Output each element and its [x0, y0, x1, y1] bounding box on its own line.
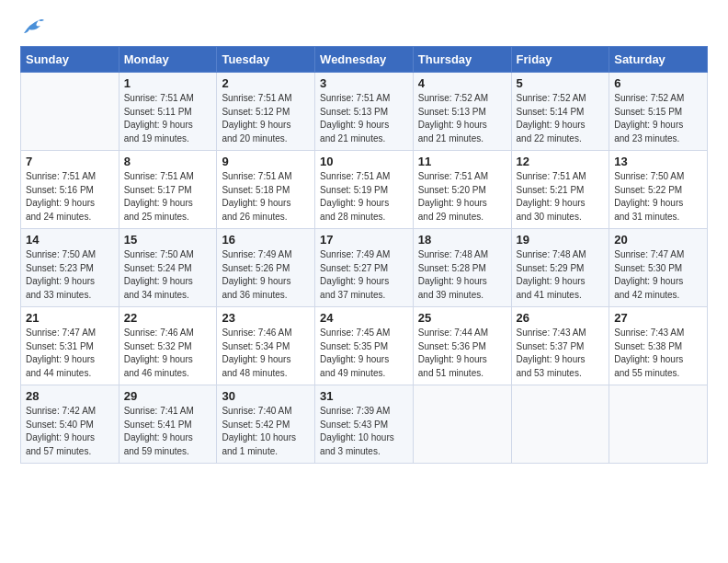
day-info: Sunrise: 7:51 AMSunset: 5:21 PMDaylight:…	[517, 170, 605, 224]
calendar-cell: 9Sunrise: 7:51 AMSunset: 5:18 PMDaylight…	[217, 151, 315, 229]
day-number: 3	[320, 76, 408, 90]
day-info: Sunrise: 7:50 AMSunset: 5:22 PMDaylight:…	[614, 170, 702, 224]
day-info: Sunrise: 7:49 AMSunset: 5:26 PMDaylight:…	[222, 248, 310, 302]
day-info: Sunrise: 7:51 AMSunset: 5:12 PMDaylight:…	[222, 92, 310, 145]
calendar-cell: 29Sunrise: 7:41 AMSunset: 5:41 PMDayligh…	[119, 385, 217, 464]
calendar-cell: 28Sunrise: 7:42 AMSunset: 5:40 PMDayligh…	[21, 385, 119, 464]
calendar-cell: 23Sunrise: 7:46 AMSunset: 5:34 PMDayligh…	[217, 307, 315, 385]
calendar-cell: 6Sunrise: 7:52 AMSunset: 5:15 PMDaylight…	[609, 73, 708, 151]
calendar-week-row: 1Sunrise: 7:51 AMSunset: 5:11 PMDaylight…	[21, 73, 708, 151]
day-info: Sunrise: 7:47 AMSunset: 5:30 PMDaylight:…	[614, 248, 702, 302]
day-number: 18	[418, 233, 506, 247]
calendar-cell: 2Sunrise: 7:51 AMSunset: 5:12 PMDaylight…	[217, 73, 315, 151]
day-number: 14	[26, 233, 114, 247]
day-number: 20	[614, 233, 702, 247]
day-number: 13	[614, 155, 702, 168]
calendar-cell: 24Sunrise: 7:45 AMSunset: 5:35 PMDayligh…	[315, 307, 414, 385]
weekday-header-saturday: Saturday	[609, 47, 708, 73]
calendar-week-row: 14Sunrise: 7:50 AMSunset: 5:23 PMDayligh…	[21, 229, 708, 307]
calendar-cell: 17Sunrise: 7:49 AMSunset: 5:27 PMDayligh…	[315, 229, 414, 307]
day-info: Sunrise: 7:48 AMSunset: 5:29 PMDaylight:…	[517, 248, 605, 302]
day-info: Sunrise: 7:51 AMSunset: 5:19 PMDaylight:…	[320, 170, 408, 224]
calendar-table: SundayMondayTuesdayWednesdayThursdayFrid…	[20, 46, 708, 464]
day-number: 31	[320, 389, 408, 403]
calendar-body: 1Sunrise: 7:51 AMSunset: 5:11 PMDaylight…	[21, 73, 708, 464]
day-number: 22	[124, 311, 212, 325]
weekday-header-wednesday: Wednesday	[315, 47, 414, 73]
day-info: Sunrise: 7:51 AMSunset: 5:13 PMDaylight:…	[320, 92, 408, 145]
day-info: Sunrise: 7:49 AMSunset: 5:27 PMDaylight:…	[320, 248, 408, 302]
day-info: Sunrise: 7:45 AMSunset: 5:35 PMDaylight:…	[320, 327, 408, 380]
calendar-cell: 11Sunrise: 7:51 AMSunset: 5:20 PMDayligh…	[413, 151, 511, 229]
weekday-header-thursday: Thursday	[413, 47, 511, 73]
weekday-header-monday: Monday	[119, 47, 217, 73]
weekday-header-tuesday: Tuesday	[217, 47, 315, 73]
day-number: 11	[418, 155, 506, 168]
day-info: Sunrise: 7:51 AMSunset: 5:18 PMDaylight:…	[222, 170, 310, 224]
day-info: Sunrise: 7:51 AMSunset: 5:20 PMDaylight:…	[418, 170, 506, 224]
day-number: 12	[517, 155, 605, 168]
calendar-cell: 8Sunrise: 7:51 AMSunset: 5:17 PMDaylight…	[119, 151, 217, 229]
day-number: 6	[614, 76, 702, 90]
calendar-week-row: 21Sunrise: 7:47 AMSunset: 5:31 PMDayligh…	[21, 307, 708, 385]
calendar-cell	[21, 73, 119, 151]
calendar-cell: 14Sunrise: 7:50 AMSunset: 5:23 PMDayligh…	[21, 229, 119, 307]
weekday-header-friday: Friday	[511, 47, 609, 73]
day-number: 4	[418, 76, 506, 90]
day-info: Sunrise: 7:52 AMSunset: 5:14 PMDaylight:…	[517, 92, 605, 145]
weekday-header-sunday: Sunday	[21, 47, 119, 73]
calendar-cell: 5Sunrise: 7:52 AMSunset: 5:14 PMDaylight…	[511, 73, 609, 151]
calendar-cell: 26Sunrise: 7:43 AMSunset: 5:37 PMDayligh…	[511, 307, 609, 385]
calendar-cell	[511, 385, 609, 464]
day-number: 24	[320, 311, 408, 325]
day-number: 15	[124, 233, 212, 247]
day-info: Sunrise: 7:52 AMSunset: 5:15 PMDaylight:…	[614, 92, 702, 145]
calendar-cell: 27Sunrise: 7:43 AMSunset: 5:38 PMDayligh…	[609, 307, 708, 385]
calendar-cell: 25Sunrise: 7:44 AMSunset: 5:36 PMDayligh…	[413, 307, 511, 385]
day-number: 9	[222, 155, 310, 168]
day-info: Sunrise: 7:44 AMSunset: 5:36 PMDaylight:…	[418, 327, 506, 380]
calendar-cell: 7Sunrise: 7:51 AMSunset: 5:16 PMDaylight…	[21, 151, 119, 229]
calendar-cell: 31Sunrise: 7:39 AMSunset: 5:43 PMDayligh…	[315, 385, 414, 464]
day-info: Sunrise: 7:46 AMSunset: 5:32 PMDaylight:…	[124, 327, 212, 380]
day-number: 7	[26, 155, 114, 168]
day-number: 1	[124, 76, 212, 90]
day-number: 28	[26, 389, 114, 403]
day-info: Sunrise: 7:51 AMSunset: 5:11 PMDaylight:…	[124, 92, 212, 145]
calendar-cell: 19Sunrise: 7:48 AMSunset: 5:29 PMDayligh…	[511, 229, 609, 307]
day-info: Sunrise: 7:39 AMSunset: 5:43 PMDaylight:…	[320, 405, 408, 458]
calendar-cell: 10Sunrise: 7:51 AMSunset: 5:19 PMDayligh…	[315, 151, 414, 229]
day-number: 27	[614, 311, 702, 325]
calendar-cell: 13Sunrise: 7:50 AMSunset: 5:22 PMDayligh…	[609, 151, 708, 229]
day-number: 8	[124, 155, 212, 168]
day-info: Sunrise: 7:42 AMSunset: 5:40 PMDaylight:…	[26, 405, 114, 458]
day-info: Sunrise: 7:41 AMSunset: 5:41 PMDaylight:…	[124, 405, 212, 458]
calendar-cell: 21Sunrise: 7:47 AMSunset: 5:31 PMDayligh…	[21, 307, 119, 385]
day-info: Sunrise: 7:51 AMSunset: 5:16 PMDaylight:…	[26, 170, 114, 224]
calendar-cell: 1Sunrise: 7:51 AMSunset: 5:11 PMDaylight…	[119, 73, 217, 151]
weekday-header-row: SundayMondayTuesdayWednesdayThursdayFrid…	[21, 47, 708, 73]
day-info: Sunrise: 7:43 AMSunset: 5:37 PMDaylight:…	[517, 327, 605, 380]
calendar-cell: 20Sunrise: 7:47 AMSunset: 5:30 PMDayligh…	[609, 229, 708, 307]
day-info: Sunrise: 7:51 AMSunset: 5:17 PMDaylight:…	[124, 170, 212, 224]
calendar-cell: 15Sunrise: 7:50 AMSunset: 5:24 PMDayligh…	[119, 229, 217, 307]
calendar-cell	[413, 385, 511, 464]
day-info: Sunrise: 7:47 AMSunset: 5:31 PMDaylight:…	[26, 327, 114, 380]
calendar-cell: 3Sunrise: 7:51 AMSunset: 5:13 PMDaylight…	[315, 73, 414, 151]
day-number: 25	[418, 311, 506, 325]
calendar-week-row: 7Sunrise: 7:51 AMSunset: 5:16 PMDaylight…	[21, 151, 708, 229]
day-info: Sunrise: 7:50 AMSunset: 5:24 PMDaylight:…	[124, 248, 212, 302]
calendar-cell: 16Sunrise: 7:49 AMSunset: 5:26 PMDayligh…	[217, 229, 315, 307]
day-number: 21	[26, 311, 114, 325]
calendar-header: SundayMondayTuesdayWednesdayThursdayFrid…	[21, 47, 708, 73]
logo-bird-icon	[20, 17, 46, 37]
day-number: 23	[222, 311, 310, 325]
day-number: 10	[320, 155, 408, 168]
day-number: 16	[222, 233, 310, 247]
day-info: Sunrise: 7:48 AMSunset: 5:28 PMDaylight:…	[418, 248, 506, 302]
page: SundayMondayTuesdayWednesdayThursdayFrid…	[0, 0, 728, 480]
calendar-cell: 22Sunrise: 7:46 AMSunset: 5:32 PMDayligh…	[119, 307, 217, 385]
day-number: 5	[517, 76, 605, 90]
logo	[20, 17, 48, 37]
day-info: Sunrise: 7:40 AMSunset: 5:42 PMDaylight:…	[222, 405, 310, 458]
